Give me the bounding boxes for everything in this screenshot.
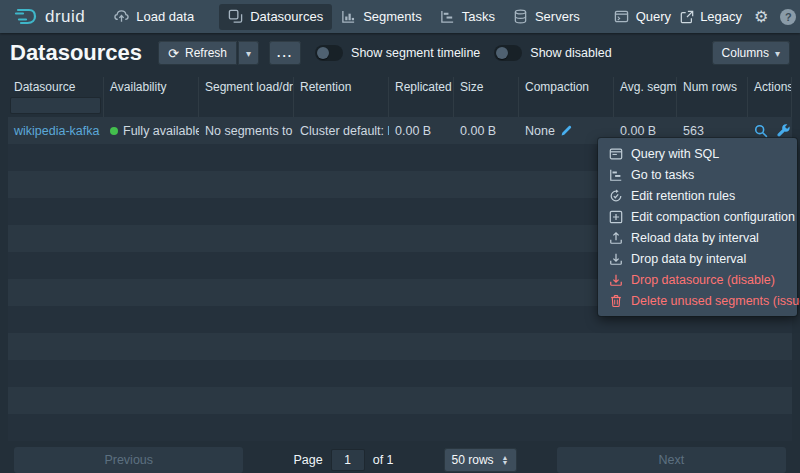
columns-label: Columns bbox=[722, 46, 769, 60]
gantt-chart-icon bbox=[440, 9, 455, 24]
brand-name: druid bbox=[45, 7, 85, 27]
menu-item-reload-data[interactable]: Reload data by interval bbox=[603, 227, 792, 248]
compressed-icon bbox=[609, 210, 623, 224]
nav-label: Segments bbox=[363, 9, 422, 24]
nav-label: Tasks bbox=[462, 9, 495, 24]
table-header-row: Datasource Availability Segment load/dro… bbox=[8, 77, 792, 96]
nav-load-data[interactable]: Load data bbox=[105, 4, 203, 30]
page-indicator: Page of 1 bbox=[253, 449, 433, 471]
menu-item-drop-data[interactable]: Drop data by interval bbox=[603, 248, 792, 269]
segment-timeline-label: Show segment timeline bbox=[351, 46, 480, 60]
columns-button[interactable]: Columns ▾ bbox=[712, 41, 790, 65]
datasource-filter-input[interactable] bbox=[10, 97, 101, 114]
more-icon: ... bbox=[277, 46, 293, 60]
menu-item-delete-unused-segments[interactable]: Delete unused segments (issue kill task) bbox=[603, 290, 792, 311]
show-disabled-switch[interactable] bbox=[494, 45, 522, 61]
menu-item-edit-compaction[interactable]: Edit compaction configuration bbox=[603, 206, 792, 227]
column-header-datasource[interactable]: Datasource bbox=[8, 77, 104, 96]
next-page-button[interactable]: Next bbox=[557, 447, 786, 473]
import-icon bbox=[609, 273, 623, 287]
switch-knob bbox=[317, 47, 329, 59]
druid-console: druid Load data Datasources Segments bbox=[0, 0, 800, 473]
multi-select-icon bbox=[228, 9, 243, 24]
page-number-input[interactable] bbox=[331, 449, 365, 471]
segment-timeline-toggle-group: Show segment timeline bbox=[315, 45, 480, 61]
cloud-upload-icon bbox=[114, 9, 129, 24]
column-header-availability[interactable]: Availability bbox=[104, 77, 199, 96]
segment-timeline-switch[interactable] bbox=[315, 45, 343, 61]
nav-label: Load data bbox=[136, 9, 194, 24]
druid-logo-icon bbox=[14, 7, 38, 27]
table-row-empty bbox=[8, 414, 792, 441]
top-navbar: druid Load data Datasources Segments bbox=[0, 0, 800, 33]
application-icon bbox=[609, 147, 623, 161]
more-actions-button[interactable]: ... bbox=[269, 41, 301, 65]
chevron-down-icon: ▾ bbox=[775, 48, 780, 59]
automatic-updates-icon bbox=[609, 189, 623, 203]
page-of-label: of 1 bbox=[373, 453, 394, 467]
rows-per-page-value: 50 rows bbox=[452, 453, 494, 467]
switch-knob bbox=[496, 47, 508, 59]
column-header-size[interactable]: Size bbox=[454, 77, 519, 96]
chevron-down-icon: ▾ bbox=[246, 48, 251, 59]
availability-cell: Fully available (24 ... bbox=[104, 117, 199, 144]
console-icon bbox=[614, 9, 629, 24]
nav-datasources[interactable]: Datasources bbox=[219, 4, 332, 30]
datasource-actions-menu: Query with SQL Go to tasks Edit retentio… bbox=[598, 138, 797, 316]
column-header-replicated-size[interactable]: Replicated si... bbox=[389, 77, 454, 96]
nav-label: Query bbox=[636, 9, 671, 24]
available-dot-icon bbox=[110, 127, 118, 135]
refresh-label: Refresh bbox=[185, 46, 227, 60]
trash-icon bbox=[609, 294, 623, 308]
legacy-label: Legacy bbox=[700, 9, 742, 24]
export-icon bbox=[609, 231, 623, 245]
column-header-num-rows[interactable]: Num rows bbox=[677, 77, 748, 96]
page-header: Datasources ⟳ Refresh ▾ ... Show segment… bbox=[0, 33, 800, 73]
column-header-avg-segment-size[interactable]: Avg. segmen... bbox=[614, 77, 677, 96]
menu-item-edit-retention-rules[interactable]: Edit retention rules bbox=[603, 185, 792, 206]
column-header-compaction[interactable]: Compaction bbox=[519, 77, 614, 96]
wrench-icon[interactable] bbox=[777, 124, 791, 138]
table-row-empty bbox=[8, 333, 792, 360]
show-disabled-label: Show disabled bbox=[530, 46, 611, 60]
nav-segments[interactable]: Segments bbox=[332, 4, 431, 30]
nav-label: Datasources bbox=[250, 9, 323, 24]
table-filter-row bbox=[8, 96, 792, 117]
column-header-actions: Actions bbox=[748, 77, 792, 96]
refresh-icon: ⟳ bbox=[168, 47, 179, 60]
nav-tasks[interactable]: Tasks bbox=[431, 4, 504, 30]
rows-per-page-select[interactable]: 50 rows ▲▼ bbox=[444, 448, 517, 472]
search-icon[interactable] bbox=[754, 124, 768, 138]
menu-item-query-with-sql[interactable]: Query with SQL bbox=[603, 143, 792, 164]
refresh-button[interactable]: ⟳ Refresh bbox=[158, 41, 237, 65]
menu-item-drop-datasource[interactable]: Drop datasource (disable) bbox=[603, 269, 792, 290]
nav-label: Servers bbox=[535, 9, 580, 24]
segment-load-drop-cell: No segments to load... bbox=[199, 117, 294, 144]
size-cell: 0.00 B bbox=[454, 117, 519, 144]
database-icon bbox=[513, 9, 528, 24]
double-caret-icon: ▲▼ bbox=[502, 455, 509, 465]
menu-item-go-to-tasks[interactable]: Go to tasks bbox=[603, 164, 792, 185]
edit-pencil-icon[interactable] bbox=[560, 124, 573, 137]
show-disabled-toggle-group: Show disabled bbox=[494, 45, 611, 61]
external-link-icon bbox=[680, 10, 694, 24]
druid-logo[interactable]: druid bbox=[10, 7, 89, 27]
column-header-segment-load-drop[interactable]: Segment load/drop bbox=[199, 77, 294, 96]
pagination-bar: Previous Page of 1 50 rows ▲▼ Next bbox=[14, 446, 786, 473]
stacked-chart-icon bbox=[341, 9, 356, 24]
import-icon bbox=[609, 252, 623, 266]
legacy-link[interactable]: Legacy bbox=[680, 9, 742, 24]
refresh-split-button: ⟳ Refresh ▾ bbox=[158, 41, 259, 65]
previous-page-button[interactable]: Previous bbox=[14, 447, 243, 473]
table-row-empty bbox=[8, 360, 792, 387]
nav-servers[interactable]: Servers bbox=[504, 4, 589, 30]
page-title: Datasources bbox=[10, 40, 142, 66]
gear-icon[interactable]: ⚙ bbox=[754, 9, 768, 25]
retention-cell[interactable]: Cluster default: load... bbox=[294, 117, 389, 144]
column-header-retention[interactable]: Retention bbox=[294, 77, 389, 96]
nav-query[interactable]: Query bbox=[605, 4, 680, 30]
refresh-interval-button[interactable]: ▾ bbox=[238, 41, 259, 65]
datasource-link[interactable]: wikipedia-kafka bbox=[14, 124, 99, 138]
page-label: Page bbox=[293, 453, 322, 467]
help-icon[interactable]: ? bbox=[780, 9, 796, 25]
